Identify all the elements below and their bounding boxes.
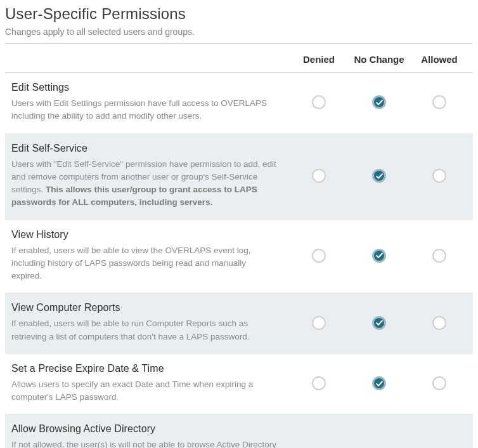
radio-cell-denied bbox=[290, 376, 347, 390]
page-subtitle: Changes apply to all selected users and … bbox=[5, 27, 473, 37]
column-header-no-change: No Change bbox=[347, 54, 411, 65]
permission-description: If not allowed, the user(s) is will not … bbox=[11, 438, 278, 448]
permission-title: Edit Settings bbox=[11, 82, 278, 93]
radio-view-computer-reports-no_change[interactable] bbox=[372, 316, 386, 330]
permission-description: Allows users to specify an exact Date an… bbox=[11, 378, 278, 404]
permission-title: Allow Browsing Active Directory bbox=[11, 423, 278, 435]
radio-cell-no_change bbox=[347, 169, 411, 183]
column-header-denied: Denied bbox=[290, 54, 347, 65]
permission-text: Edit Self-ServiceUsers with "Edit Self-S… bbox=[11, 143, 290, 209]
permission-title: View History bbox=[11, 229, 278, 240]
check-icon bbox=[375, 379, 384, 388]
radio-cell-denied bbox=[290, 316, 347, 330]
permission-title: Edit Self-Service bbox=[11, 143, 278, 154]
permission-description: Users with Edit Settings permission have… bbox=[11, 97, 278, 123]
permission-title: Set a Precise Expire Date & Time bbox=[11, 363, 278, 374]
radio-cell-no_change bbox=[347, 376, 411, 390]
radio-edit-self-service-no_change[interactable] bbox=[372, 169, 386, 183]
permission-description: If enabled, users will be able to run Co… bbox=[11, 317, 278, 343]
radio-cell-allowed bbox=[411, 316, 468, 330]
radio-cell-denied bbox=[290, 95, 347, 109]
permission-row-view-history: View HistoryIf enabled, users will be ab… bbox=[5, 220, 473, 294]
permission-row-allow-browsing-ad: Allow Browsing Active DirectoryIf not al… bbox=[5, 414, 473, 448]
page-title: User-Specific Permissions bbox=[5, 5, 473, 23]
radio-cell-allowed bbox=[411, 249, 468, 263]
permission-row-edit-settings: Edit SettingsUsers with Edit Settings pe… bbox=[5, 73, 473, 134]
radio-cell-allowed bbox=[411, 95, 468, 109]
radio-view-history-no_change[interactable] bbox=[372, 249, 386, 263]
column-header-row: Denied No Change Allowed bbox=[5, 44, 473, 73]
radio-cell-denied bbox=[290, 169, 347, 183]
permission-description: If enabled, users will be able to view t… bbox=[11, 244, 278, 283]
permission-text: Allow Browsing Active DirectoryIf not al… bbox=[11, 423, 290, 448]
permission-text: View HistoryIf enabled, users will be ab… bbox=[11, 229, 290, 283]
column-header-allowed: Allowed bbox=[411, 54, 468, 65]
check-icon bbox=[375, 98, 384, 107]
radio-edit-self-service-denied[interactable] bbox=[312, 169, 326, 183]
permission-title: View Computer Reports bbox=[11, 302, 278, 313]
radio-edit-self-service-allowed[interactable] bbox=[432, 169, 446, 183]
permission-text: View Computer ReportsIf enabled, users w… bbox=[11, 302, 290, 343]
permission-row-view-computer-reports: View Computer ReportsIf enabled, users w… bbox=[5, 293, 473, 354]
check-icon bbox=[375, 251, 384, 260]
radio-edit-settings-allowed[interactable] bbox=[432, 95, 446, 109]
check-icon bbox=[375, 172, 384, 180]
radio-view-history-allowed[interactable] bbox=[432, 249, 446, 263]
permission-text: Edit SettingsUsers with Edit Settings pe… bbox=[11, 82, 290, 123]
check-icon bbox=[375, 319, 384, 327]
radio-view-computer-reports-allowed[interactable] bbox=[432, 316, 446, 330]
radio-cell-allowed bbox=[411, 376, 468, 390]
radio-cell-no_change bbox=[347, 95, 411, 109]
radio-set-precise-expire-no_change[interactable] bbox=[372, 376, 386, 390]
radio-view-history-denied[interactable] bbox=[312, 249, 326, 263]
radio-cell-denied bbox=[290, 249, 347, 263]
radio-edit-settings-denied[interactable] bbox=[312, 95, 326, 109]
radio-set-precise-expire-denied[interactable] bbox=[312, 376, 326, 390]
radio-cell-no_change bbox=[347, 316, 411, 330]
radio-edit-settings-no_change[interactable] bbox=[372, 95, 386, 109]
radio-set-precise-expire-allowed[interactable] bbox=[432, 376, 446, 390]
permission-row-set-precise-expire: Set a Precise Expire Date & TimeAllows u… bbox=[5, 354, 473, 415]
radio-cell-allowed bbox=[411, 169, 468, 183]
radio-cell-no_change bbox=[347, 249, 411, 263]
permission-description: Users with "Edit Self-Service" permissio… bbox=[11, 158, 278, 209]
radio-view-computer-reports-denied[interactable] bbox=[312, 316, 326, 330]
permission-text: Set a Precise Expire Date & TimeAllows u… bbox=[11, 363, 290, 404]
permission-row-edit-self-service: Edit Self-ServiceUsers with "Edit Self-S… bbox=[5, 134, 473, 220]
